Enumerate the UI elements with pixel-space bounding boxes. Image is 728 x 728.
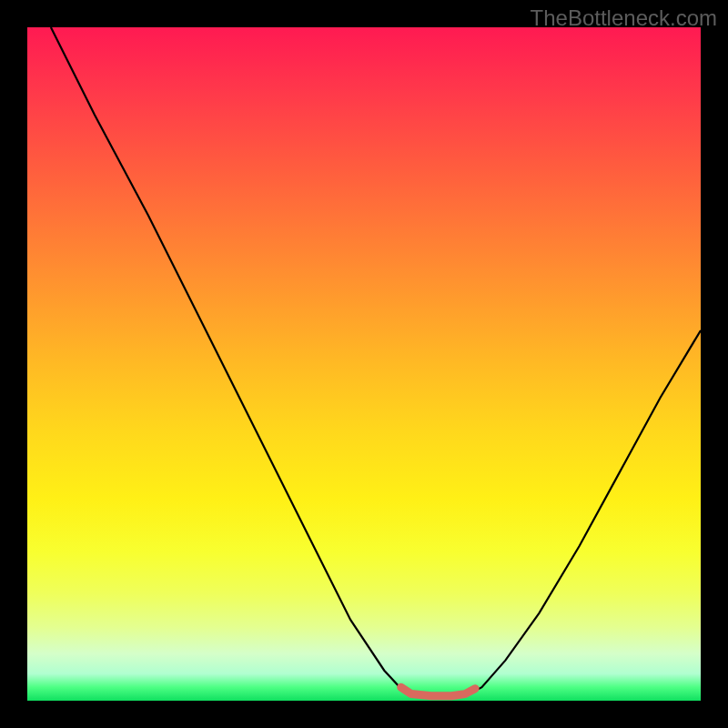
plot-area [27, 27, 701, 701]
bottom-segment [401, 687, 475, 696]
right-curve [471, 330, 701, 693]
watermark-text: TheBottleneck.com [531, 5, 717, 31]
left-curve [51, 27, 405, 693]
chart-curves-svg [27, 27, 701, 701]
chart-frame: TheBottleneck.com [0, 0, 728, 728]
